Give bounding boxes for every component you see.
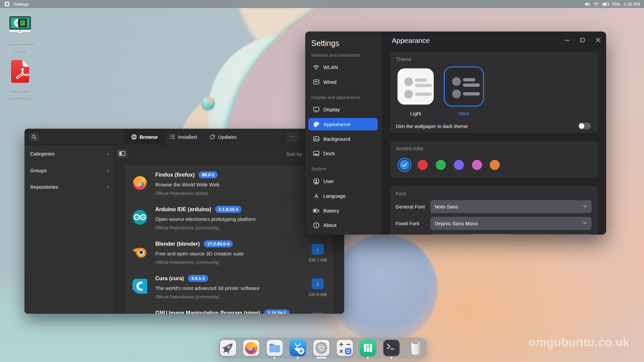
app-row-gimp[interactable]: GNU Image Manipulation Program (gimp)2.1…: [125, 304, 333, 314]
display-icon: [313, 106, 319, 113]
dock-item-calculator[interactable]: [337, 340, 353, 356]
menu-button[interactable]: ⋯: [287, 132, 298, 141]
theme-light-label[interactable]: Light: [397, 111, 434, 116]
sidebar-item-categories[interactable]: Categories›: [24, 147, 114, 160]
accent-color-card: Accent color: [390, 141, 598, 178]
theme-section-label: Theme: [396, 56, 412, 62]
search-button[interactable]: [29, 132, 40, 142]
download-button[interactable]: ↓: [312, 278, 324, 289]
app-name: GNU Image Manipulation Program (gimp): [155, 310, 260, 314]
sort-by-label[interactable]: Sort by: [286, 151, 302, 157]
tab-browse[interactable]: Browse: [124, 129, 164, 145]
download-icon: ↓: [316, 246, 319, 252]
minimize-button[interactable]: [563, 36, 571, 44]
battery-icon[interactable]: [602, 3, 608, 6]
nav-item-about[interactable]: About: [308, 219, 378, 231]
app-repository: Official Repositories (community): [155, 294, 219, 299]
accent-swatch-blue[interactable]: [399, 160, 410, 170]
nav-item-background[interactable]: Background: [308, 133, 378, 145]
svg-text:A: A: [314, 193, 318, 199]
font-card: Font General Font Noto Sans Fixed Font D…: [390, 186, 598, 235]
close-button[interactable]: [594, 36, 602, 44]
app-description: Free and open source 3D creation suite: [155, 251, 244, 256]
fixed-font-dropdown[interactable]: DejaVu Sans Mono: [430, 217, 592, 230]
app-repository: Official Repositories (community): [155, 260, 219, 265]
nav-item-appearance[interactable]: Appearance: [308, 118, 378, 130]
appstore-icon: [290, 340, 306, 356]
dock-item-terminal[interactable]: [383, 340, 399, 356]
dock-item-firefox[interactable]: [243, 340, 259, 356]
dock-item-trash[interactable]: [408, 340, 424, 356]
tab-updates[interactable]: Updates: [210, 129, 237, 145]
accent-swatch-pink[interactable]: [472, 160, 482, 170]
nav-item-dock[interactable]: Dock: [308, 147, 378, 160]
volume-icon[interactable]: [585, 2, 590, 6]
dock-item-app-store[interactable]: [290, 340, 306, 356]
active-app-name: Settings: [13, 2, 29, 7]
close-icon: [596, 38, 601, 43]
app-row-firefox[interactable]: Firefox (firefox)89.0-1 Browse the World…: [125, 166, 333, 200]
ellipsis-icon: ⋯: [290, 134, 296, 139]
dock-item-settings[interactable]: [313, 340, 329, 356]
nav-item-wlan[interactable]: WLAN: [308, 61, 378, 73]
toggle-knob: [579, 123, 584, 129]
wifi-icon[interactable]: [593, 2, 599, 6]
dim-wallpaper-toggle[interactable]: [578, 123, 591, 129]
dock-item-launcher[interactable]: [220, 340, 236, 356]
info-icon: [313, 222, 319, 228]
nav-item-language[interactable]: A Language: [308, 190, 378, 202]
font-size-segment[interactable]: [470, 234, 511, 235]
list-icon: [170, 134, 175, 139]
app-row-blender[interactable]: Blender (blender)17:2.93.0-4 Free and op…: [125, 235, 333, 269]
dock-item-manjaro[interactable]: [360, 340, 376, 356]
software-center-sidebar: Categories› Groups› Repositories›: [24, 145, 114, 314]
font-size-dropdown[interactable]: [430, 234, 592, 235]
nav-section-header: Display and appearance: [311, 95, 360, 100]
general-font-dropdown[interactable]: Noto Sans: [430, 200, 592, 213]
app-name: Cura (cura): [155, 276, 184, 282]
cura-icon: [132, 278, 148, 294]
pdf-icon: [11, 60, 29, 83]
tab-installed[interactable]: Installed: [170, 129, 197, 145]
battery-percent: 70%: [612, 2, 621, 7]
maximize-icon: [580, 38, 585, 43]
chevron-down-icon: [583, 205, 587, 207]
calculator-icon: [337, 340, 353, 356]
sidebar-toggle-button[interactable]: [116, 148, 128, 159]
nav-item-wired[interactable]: Wired: [308, 76, 378, 88]
light-theme-preview: [397, 68, 434, 105]
download-button[interactable]: ↓: [312, 244, 324, 255]
download-button[interactable]: ↓: [312, 313, 324, 314]
theme-option-light[interactable]: [397, 68, 434, 105]
desktop-icon-manjaro-documentation[interactable]: manjaro- documenta...: [2, 60, 39, 101]
accent-swatch-green[interactable]: [436, 160, 446, 170]
maximize-button[interactable]: [579, 36, 586, 44]
gear-icon: [313, 340, 329, 356]
theme-dark-label[interactable]: Dark: [446, 111, 482, 116]
tab-label: Browse: [140, 134, 158, 140]
sidebar-item-repositories[interactable]: Repositories›: [24, 181, 114, 193]
accent-swatch-orange[interactable]: [490, 160, 500, 170]
sidebar-item-groups[interactable]: Groups›: [24, 164, 114, 177]
app-row-cura[interactable]: Cura (cura)4.9.1-1 The world's most adva…: [125, 269, 333, 304]
accent-swatch-purple[interactable]: [454, 160, 464, 170]
desktop-icon-label: sktop: [15, 47, 25, 52]
accent-swatch-red[interactable]: [418, 160, 428, 170]
app-row-arduino[interactable]: Arduino IDE (arduino)1:1.8.15-1 Open-sou…: [125, 200, 333, 235]
accent-section-label: Accent color: [396, 145, 424, 151]
nav-item-user[interactable]: User: [308, 175, 378, 187]
chevron-right-icon: ›: [107, 147, 109, 160]
blender-icon: [132, 244, 148, 260]
clock[interactable]: 2:35 PM: [624, 2, 640, 7]
dock-icon: [313, 150, 319, 157]
nav-item-battery[interactable]: Battery: [308, 204, 378, 217]
app-name: Blender (blender): [155, 241, 200, 247]
terminal-icon: [383, 340, 399, 356]
app-repository: Official Repositories (community): [155, 225, 219, 230]
wifi-icon: [313, 64, 319, 70]
desktop-icon-calamares[interactable]: calamares.de sktop: [2, 16, 39, 53]
theme-option-dark[interactable]: [444, 66, 484, 107]
version-badge: 4.9.1-1: [188, 275, 208, 282]
nav-item-display[interactable]: Display: [308, 103, 378, 116]
dock-item-files[interactable]: [267, 340, 283, 356]
